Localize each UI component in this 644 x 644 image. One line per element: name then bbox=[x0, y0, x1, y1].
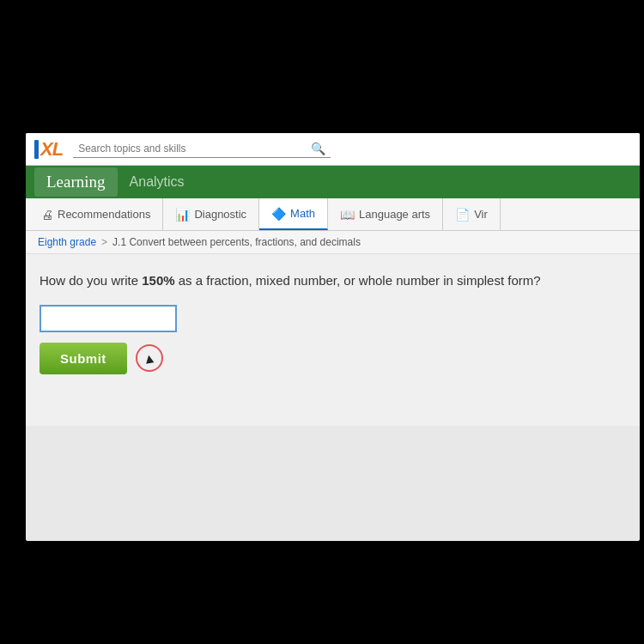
logo-text: XL bbox=[40, 138, 63, 161]
question-highlight: 150% bbox=[142, 273, 174, 288]
screen-wrapper: XL 🔍 Learning Analytics 🖨 Recommendation… bbox=[26, 133, 640, 541]
nav-bar: Learning Analytics bbox=[26, 166, 640, 198]
breadcrumb: Eighth grade > J.1 Convert between perce… bbox=[26, 231, 640, 254]
tab-language-arts[interactable]: 📖 Language arts bbox=[328, 198, 443, 230]
nav-item-analytics[interactable]: Analytics bbox=[118, 169, 197, 195]
cursor-arrow-icon: ▲ bbox=[141, 350, 157, 368]
search-bar[interactable]: 🔍 bbox=[73, 140, 331, 158]
ixl-logo: XL bbox=[34, 138, 63, 161]
vir-icon: 📄 bbox=[455, 208, 470, 222]
math-icon: 🔷 bbox=[271, 207, 286, 221]
nav-item-learning[interactable]: Learning bbox=[34, 167, 118, 197]
tab-vir[interactable]: 📄 Vir bbox=[443, 198, 501, 230]
search-input[interactable] bbox=[78, 143, 307, 155]
language-arts-icon: 📖 bbox=[340, 208, 355, 222]
top-bar: XL 🔍 bbox=[26, 133, 640, 166]
breadcrumb-lesson: J.1 Convert between percents, fractions,… bbox=[112, 236, 361, 248]
breadcrumb-grade[interactable]: Eighth grade bbox=[38, 236, 96, 248]
main-content: How do you write 150% as a fraction, mix… bbox=[26, 254, 640, 426]
submit-area: Submit ▲ bbox=[39, 343, 626, 374]
tab-diagnostic[interactable]: 📊 Diagnostic bbox=[163, 198, 259, 230]
answer-input[interactable] bbox=[39, 305, 177, 332]
tabs-bar: 🖨 Recommendations 📊 Diagnostic 🔷 Math 📖 … bbox=[26, 198, 640, 231]
question-text: How do you write 150% as a fraction, mix… bbox=[39, 271, 626, 291]
tab-recommendations[interactable]: 🖨 Recommendations bbox=[29, 198, 163, 230]
recommendations-icon: 🖨 bbox=[41, 208, 53, 222]
tab-math[interactable]: 🔷 Math bbox=[259, 198, 328, 230]
submit-button[interactable]: Submit bbox=[39, 343, 127, 374]
logo-bar bbox=[34, 140, 39, 159]
search-icon: 🔍 bbox=[311, 142, 325, 155]
breadcrumb-chevron: > bbox=[101, 236, 107, 248]
diagnostic-icon: 📊 bbox=[175, 208, 190, 222]
cursor-indicator: ▲ bbox=[136, 344, 163, 372]
